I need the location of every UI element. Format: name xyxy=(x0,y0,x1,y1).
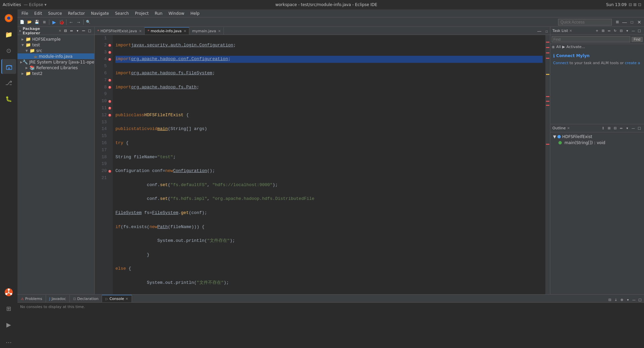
tree-item-reflibs[interactable]: ▶ 📚 Referenced Libraries xyxy=(17,65,94,71)
task-filter-activate[interactable]: Activate... xyxy=(566,45,585,49)
declaration-icon: ⊡ xyxy=(73,297,76,301)
tree-item-jre[interactable]: ▶ 🔧 JRE System Library [java-11-openjdk-… xyxy=(17,59,94,65)
task-find-input[interactable] xyxy=(552,36,630,42)
task-maximize-btn[interactable]: □ xyxy=(637,28,642,34)
editor-maximize-btn[interactable]: □ xyxy=(543,28,550,35)
install-icon[interactable]: ⊞ xyxy=(1,301,16,316)
tab-hdfsfileifexist-close[interactable]: ✕ xyxy=(139,29,142,33)
outline-menu-btn[interactable]: ▾ xyxy=(625,126,630,131)
tab-module-info[interactable]: * module-info.java ✕ xyxy=(145,27,189,35)
outline-hdfsfileifexist[interactable]: ▼ HDFSFileIfExist xyxy=(552,134,643,140)
task-menu-btn[interactable]: ▾ xyxy=(625,28,630,34)
code-editor[interactable]: 1 2 3 4 5 6 7 8 9 10 11 xyxy=(95,35,550,294)
outline-sort-btn[interactable]: ↕ xyxy=(600,126,606,131)
maximize-button[interactable]: □ xyxy=(629,19,635,26)
task-find-button[interactable]: Find xyxy=(632,37,643,42)
bottom-clear-btn[interactable]: ⊟ xyxy=(607,297,612,302)
perspective-button[interactable]: ⊞ xyxy=(614,19,621,26)
pe-close-icon[interactable]: ✕ xyxy=(59,29,61,33)
code-content[interactable]: import javax.security.auth.login.Configu… xyxy=(113,35,545,294)
bottom-maximize-btn[interactable]: □ xyxy=(637,297,643,302)
editor-scrollbar[interactable] xyxy=(545,35,550,294)
forward-button[interactable]: → xyxy=(75,19,82,26)
tab-mymain-close[interactable]: ✕ xyxy=(218,29,221,33)
task-link-btn[interactable]: ⇔ xyxy=(606,28,612,34)
task-filter-all[interactable]: All xyxy=(556,45,561,49)
firefox-icon[interactable] xyxy=(1,11,16,26)
quick-access-input[interactable] xyxy=(558,19,612,26)
pe-maximize-btn[interactable]: □ xyxy=(87,28,92,34)
pe-collapse-all-btn[interactable]: ⊟ xyxy=(63,28,68,34)
menu-help[interactable]: Help xyxy=(188,10,202,16)
run-button[interactable]: ▶ xyxy=(51,19,57,26)
menu-search[interactable]: Search xyxy=(112,10,132,16)
pe-minimize-btn[interactable]: — xyxy=(81,28,86,34)
close-window-button[interactable]: ✕ xyxy=(636,19,643,26)
tree-item-hdfsexample[interactable]: ▶ 📁 HDFSExample xyxy=(17,36,94,42)
connect-link[interactable]: Connect xyxy=(553,61,568,65)
menu-file[interactable]: File xyxy=(19,10,31,16)
menu-edit[interactable]: Edit xyxy=(32,10,45,16)
debug-button[interactable]: 🐞 xyxy=(58,19,65,26)
tree-item-module-info[interactable]: ☕ module-info.java xyxy=(17,53,94,59)
minimize-button[interactable]: — xyxy=(621,19,628,26)
search-toolbar-button[interactable]: 🔍 xyxy=(85,19,92,26)
terminal-icon[interactable]: ▶ xyxy=(1,317,16,332)
task-filter-btn[interactable]: ⊞ xyxy=(600,28,606,34)
package-icon[interactable] xyxy=(1,59,16,74)
outline-main-method[interactable]: main(String[]) : void xyxy=(552,140,643,146)
task-refresh-btn[interactable]: ↻ xyxy=(612,28,618,34)
tab-console-close[interactable]: ✕ xyxy=(126,297,128,301)
pe-collapse-icon[interactable]: ▸ xyxy=(19,29,21,33)
task-collapse-btn[interactable]: ⊟ xyxy=(618,28,624,34)
tab-declaration[interactable]: ⊡ Declaration xyxy=(70,295,102,302)
menu-navigate[interactable]: Navigate xyxy=(88,10,112,16)
ubuntu-icon[interactable] xyxy=(1,285,16,300)
open-button[interactable]: 📂 xyxy=(26,19,33,26)
menu-refactor[interactable]: Refactor xyxy=(65,10,88,16)
tab-javadoc[interactable]: J Javadoc xyxy=(46,295,70,302)
new-button[interactable]: 📄 xyxy=(19,19,26,26)
debug-icon[interactable]: 🐛 xyxy=(1,91,16,106)
save-button[interactable]: 💾 xyxy=(34,19,40,26)
tree-item-test2[interactable]: ▶ 📁 test2 xyxy=(17,71,94,76)
menu-run[interactable]: Run xyxy=(152,10,165,16)
files-icon[interactable]: 📁 xyxy=(1,27,16,42)
bottom-menu-btn[interactable]: ▾ xyxy=(625,297,631,302)
dots-icon[interactable]: … xyxy=(1,333,16,348)
task-minimize-btn[interactable]: — xyxy=(631,28,636,34)
tab-console[interactable]: ▷ Console ✕ xyxy=(102,295,132,302)
git-icon[interactable]: ⎇ xyxy=(1,75,16,90)
bottom-scroll-btn[interactable]: ↓ xyxy=(613,297,618,302)
editor-minimize-btn[interactable]: — xyxy=(536,28,543,35)
task-list-close[interactable]: ✕ xyxy=(569,29,572,33)
tree-item-src[interactable]: ▼ 📁 src xyxy=(17,48,94,53)
search-activity-icon[interactable]: ⊙ xyxy=(1,43,16,58)
scroll-marker-8 xyxy=(546,105,549,106)
svg-point-7 xyxy=(10,293,12,295)
pe-menu-btn[interactable]: ▾ xyxy=(75,28,80,34)
connect-mylyn-info-icon: ℹ xyxy=(553,53,555,58)
outline-close[interactable]: ✕ xyxy=(567,126,570,130)
tree-item-test[interactable]: ▼ 📁 test xyxy=(17,42,94,48)
create-link[interactable]: create a xyxy=(625,61,640,65)
menu-project[interactable]: Project xyxy=(132,10,151,16)
outline-group-btn[interactable]: ⊞ xyxy=(606,126,612,131)
activities-label[interactable]: Activities xyxy=(3,2,21,7)
outline-filter-btn[interactable]: ⊟ xyxy=(612,126,618,131)
task-new-btn[interactable]: + xyxy=(594,28,600,34)
tab-mymain[interactable]: mymain.java ✕ xyxy=(189,27,224,35)
menu-window[interactable]: Window xyxy=(166,10,187,16)
pe-link-btn[interactable]: ⇔ xyxy=(69,28,74,34)
bottom-pin-btn[interactable]: ⊕ xyxy=(619,297,625,302)
back-button[interactable]: ← xyxy=(68,19,75,26)
tab-problems[interactable]: ⚠ Problems xyxy=(17,295,46,302)
outline-minimize-btn[interactable]: — xyxy=(631,126,636,131)
tab-hdfsfileifexist[interactable]: * HDFSFileIfExist.java ✕ xyxy=(95,27,145,35)
outline-link-btn[interactable]: ⇔ xyxy=(618,126,624,131)
save-all-button[interactable]: ⊞ xyxy=(41,19,48,26)
bottom-minimize-btn[interactable]: — xyxy=(631,297,637,302)
outline-maximize-btn[interactable]: □ xyxy=(637,126,642,131)
tab-module-info-close[interactable]: ✕ xyxy=(184,29,186,33)
menu-source[interactable]: Source xyxy=(45,10,64,16)
